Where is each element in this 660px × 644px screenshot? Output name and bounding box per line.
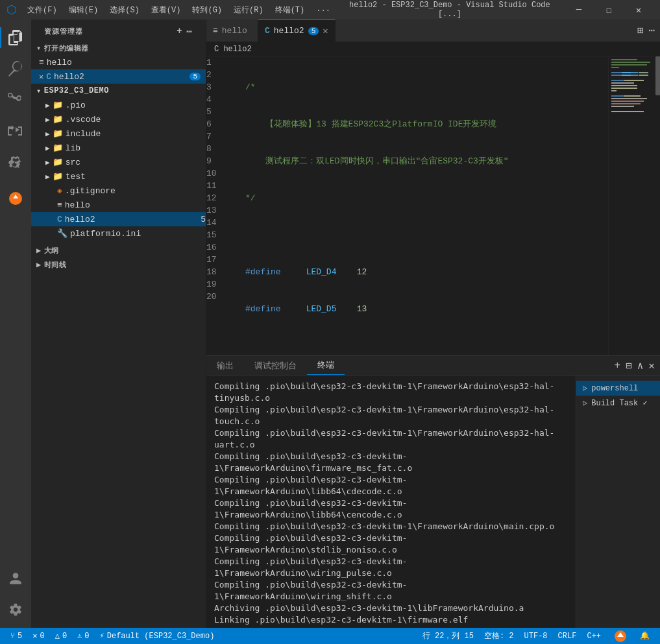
hello-file-name: hello (65, 200, 90, 210)
add-terminal-icon[interactable]: + (614, 360, 620, 372)
status-bar: ⑂ 5 ✕ 0 △ 0 ⚠ 0 ⚡ Default (ESP32_C3_Demo… (0, 628, 660, 644)
open-editor-hello[interactable]: ≡ hello (31, 55, 206, 69)
folder-src[interactable]: ▶ 📁 src (31, 155, 206, 169)
close-editor-icon[interactable]: ✕ (39, 72, 43, 82)
split-editor-icon[interactable]: ⊞ (637, 24, 644, 37)
menu-terminal[interactable]: 终端(T) (270, 3, 310, 17)
close-button[interactable]: ✕ (624, 0, 654, 19)
terminal-content[interactable]: Compiling .pio\build\esp32-c3-devkitm-1\… (206, 376, 576, 628)
svg-rect-10 (622, 75, 638, 76)
timeline-header[interactable]: ▶ 时间线 (31, 257, 206, 272)
maximize-button[interactable]: ☐ (594, 0, 624, 19)
panel-close-icon[interactable]: ✕ (648, 359, 655, 372)
code-line-7: #define LED_D5 13 (245, 303, 608, 315)
tab-hello2-badge: 5 (308, 27, 319, 35)
terminal-line-3: Compiling .pio\build\esp32-c3-devkitm-1\… (214, 427, 568, 451)
svg-rect-26 (655, 56, 660, 95)
run-debug-activity-icon[interactable] (0, 115, 31, 147)
language-label: C++ (587, 632, 601, 641)
code-line-3: 测试程序二：双LED同时快闪，串口输出"合宙ESP32-C3开发板" (245, 155, 608, 167)
tab-hello-icon: ≡ (213, 26, 218, 36)
explorer-activity-icon[interactable] (0, 22, 31, 53)
file-hello[interactable]: ≡ hello (31, 198, 206, 212)
line-num-12: 12 (206, 192, 232, 204)
platformio-activity-icon[interactable] (0, 183, 31, 214)
status-line-col[interactable]: 行 22，列 15 (417, 628, 479, 644)
search-activity-icon[interactable] (0, 53, 31, 84)
project-section: ▾ ESP32_C3_DEMO ▶ 📁 .pio ▶ 📁 .vscode ▶ 📁… (31, 84, 206, 241)
folder-vscode[interactable]: ▶ 📁 .vscode (31, 112, 206, 126)
file-gitignore[interactable]: ◈ .gitignore (31, 184, 206, 198)
status-spaces[interactable]: 空格: 2 (479, 628, 519, 644)
line-num-9: 9 (206, 155, 232, 167)
status-encoding[interactable]: UTF-8 (519, 628, 553, 644)
more-actions-icon[interactable]: ⋯ (187, 26, 193, 37)
tab-more-icon[interactable]: ⋯ (648, 24, 655, 37)
timeline-label: 时间线 (44, 260, 67, 270)
source-control-activity-icon[interactable] (0, 84, 31, 115)
status-notifications[interactable]: 🔔 (635, 628, 655, 644)
tab-hello2-close[interactable]: ✕ (323, 25, 328, 36)
tab-hello[interactable]: ≡ hello (206, 19, 258, 42)
open-editors-header[interactable]: ▾ 打开的编辑器 (31, 41, 206, 55)
line-num-17: 17 (206, 254, 232, 266)
status-errors[interactable]: ✕ 0 (27, 628, 49, 644)
hello2-badge: 5 (189, 73, 201, 80)
folder-arrow-vscode: ▶ (45, 115, 50, 124)
open-editor-hello2[interactable]: ✕ C hello2 5 (31, 69, 206, 84)
menu-file[interactable]: 文件(F) (22, 3, 62, 17)
code-content[interactable]: /* 【花雕体验】13 搭建ESP32C3之PlatformIO IDE开发环境… (239, 56, 608, 355)
menu-goto[interactable]: 转到(G) (187, 3, 227, 17)
hello2-file-badge: 5 (201, 215, 206, 224)
panel-tab-terminal[interactable]: 终端 (307, 356, 345, 375)
tab-hello2[interactable]: C hello2 5 ✕ (258, 19, 336, 42)
menu-more[interactable]: ... (311, 3, 336, 17)
project-header[interactable]: ▾ ESP32_C3_DEMO (31, 84, 206, 98)
menu-run[interactable]: 运行(R) (228, 3, 269, 17)
panel-tab-output[interactable]: 输出 (206, 356, 244, 375)
new-file-icon[interactable]: + (177, 26, 182, 37)
folder-name-lib: lib (66, 143, 80, 153)
minimize-button[interactable]: ─ (564, 0, 594, 19)
terminal-line-10: Compiling .pio\build\esp32-c3-devkitm-1\… (214, 579, 568, 602)
folder-name-test: test (66, 172, 86, 182)
status-info[interactable]: ⚠ 0 (72, 628, 94, 644)
file-hello2[interactable]: C hello2 5 (31, 212, 206, 226)
menu-select[interactable]: 选择(S) (104, 3, 145, 17)
panel-sidebar-build[interactable]: ▷ Build Task ✓ (576, 396, 660, 411)
platformio-home-icon (611, 630, 629, 643)
outline-header[interactable]: ▶ 大纲 (31, 243, 206, 257)
line-col-label: 行 22，列 15 (422, 630, 474, 641)
menu-edit[interactable]: 编辑(E) (64, 3, 104, 17)
extensions-activity-icon[interactable] (0, 147, 31, 178)
powershell-icon: ▷ (583, 383, 587, 393)
folder-name-include: include (66, 129, 101, 139)
folder-lib[interactable]: ▶ 📁 lib (31, 141, 206, 155)
status-git[interactable]: ⑂ 5 (5, 628, 27, 644)
folder-icon-test: 📁 (53, 171, 63, 182)
build-task-icon: ▷ (583, 398, 587, 408)
panel-tab-debug[interactable]: 调试控制台 (244, 356, 307, 375)
account-activity-icon[interactable] (0, 563, 31, 594)
panel-split-icon[interactable]: ⊟ (626, 359, 632, 372)
folder-name-vscode: .vscode (66, 115, 101, 125)
breadcrumb-item-hello2[interactable]: C hello2 (214, 45, 252, 54)
panel-sidebar-powershell[interactable]: ▷ powershell (576, 381, 660, 396)
file-platformio-ini[interactable]: 🔧 platformio.ini (31, 226, 206, 241)
hello2-file-name: hello2 (65, 215, 201, 224)
status-language[interactable]: C++ (581, 628, 606, 644)
panel-collapse-icon[interactable]: ∧ (637, 359, 644, 372)
folder-icon-src: 📁 (53, 157, 63, 167)
line-num-2: 2 (206, 69, 232, 81)
settings-activity-icon[interactable] (0, 594, 31, 625)
status-platformio-home[interactable] (606, 628, 635, 644)
folder-include[interactable]: ▶ 📁 include (31, 126, 206, 141)
timeline-section: ▶ 时间线 (31, 257, 206, 272)
status-remote[interactable]: ⚡ Default (ESP32_C3_Demo) (95, 628, 220, 644)
folder-test[interactable]: ▶ 📁 test (31, 169, 206, 184)
status-warnings[interactable]: △ 0 (50, 628, 72, 644)
folder-arrow-lib: ▶ (45, 144, 50, 152)
folder-pio[interactable]: ▶ 📁 .pio (31, 98, 206, 112)
menu-view[interactable]: 查看(V) (146, 3, 186, 17)
status-eol[interactable]: CRLF (553, 628, 582, 644)
